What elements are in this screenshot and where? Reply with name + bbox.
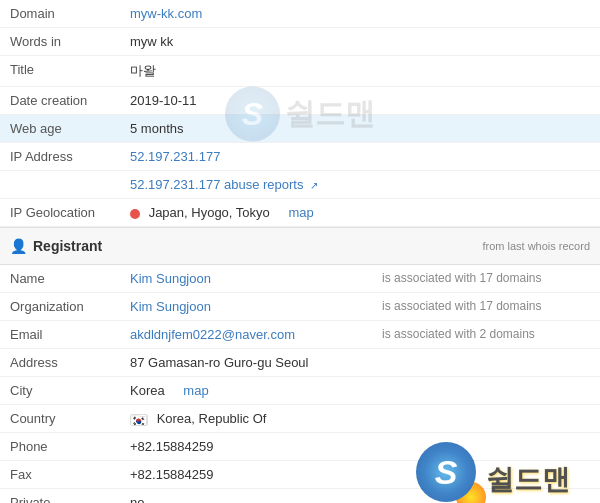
red-dot-icon <box>130 209 140 219</box>
table-row: IP Geolocation Japan, Hyogo, Tokyo map <box>0 199 600 227</box>
value-ip-geo: Japan, Hyogo, Tokyo map <box>120 199 600 227</box>
registrant-title-label: Registrant <box>33 238 102 254</box>
assoc-org: is associated with 17 domains <box>372 293 600 321</box>
table-row: Title 마왈 <box>0 56 600 87</box>
value-country: Korea, Republic Of <box>120 405 372 433</box>
domain-info-table: Domain myw-kk.com Words in myw kk Title … <box>0 0 600 227</box>
label-private: Private <box>0 489 120 504</box>
registrant-title-group: 👤 Registrant <box>10 238 102 254</box>
city-value: Korea <box>130 383 165 398</box>
domain-link[interactable]: myw-kk.com <box>130 6 202 21</box>
abuse-reports-text: 52.197.231.177 abuse reports <box>130 177 303 192</box>
country-value: Korea, Republic Of <box>157 411 267 426</box>
abuse-reports-link[interactable]: 52.197.231.177 abuse reports ↗ <box>130 177 318 192</box>
label-name: Name <box>0 265 120 293</box>
label-empty <box>0 171 120 199</box>
table-row: Organization Kim Sungjoon is associated … <box>0 293 600 321</box>
table-row-highlighted: Web age 5 months <box>0 115 600 143</box>
table-row: Phone +82.15884259 <box>0 433 600 461</box>
label-phone: Phone <box>0 433 120 461</box>
table-row: Domain myw-kk.com <box>0 0 600 28</box>
registrant-section: S 쉴드맨 Name Kim Sungjoon is associated wi… <box>0 265 600 503</box>
assoc-fax <box>372 461 600 489</box>
value-phone: +82.15884259 <box>120 433 372 461</box>
value-ip-address: 52.197.231.177 <box>120 143 600 171</box>
value-words: myw kk <box>120 28 600 56</box>
table-row: Date creation 2019-10-11 <box>0 87 600 115</box>
label-date-creation: Date creation <box>0 87 120 115</box>
table-row: Fax +82.15884259 <box>0 461 600 489</box>
assoc-country <box>372 405 600 433</box>
value-abuse: 52.197.231.177 abuse reports ↗ <box>120 171 600 199</box>
value-domain: myw-kk.com <box>120 0 600 28</box>
label-fax: Fax <box>0 461 120 489</box>
table-row: 52.197.231.177 abuse reports ↗ <box>0 171 600 199</box>
label-country: Country <box>0 405 120 433</box>
value-city: Korea map <box>120 377 372 405</box>
label-address: Address <box>0 349 120 377</box>
assoc-private <box>372 489 600 504</box>
label-title: Title <box>0 56 120 87</box>
label-domain: Domain <box>0 0 120 28</box>
label-ip-address: IP Address <box>0 143 120 171</box>
value-fax: +82.15884259 <box>120 461 372 489</box>
table-row: Country Korea, Republic Of <box>0 405 600 433</box>
name-link[interactable]: Kim Sungjoon <box>130 271 211 286</box>
table-row: City Korea map <box>0 377 600 405</box>
domain-info-section: S 쉴드맨 Domain myw-kk.com Words in myw kk … <box>0 0 600 227</box>
city-map-link[interactable]: map <box>183 383 208 398</box>
assoc-city <box>372 377 600 405</box>
value-date-creation: 2019-10-11 <box>120 87 600 115</box>
person-icon: 👤 <box>10 238 27 254</box>
label-words: Words in <box>0 28 120 56</box>
table-row: Email akdldnjfem0222@naver.com is associ… <box>0 321 600 349</box>
ip-link[interactable]: 52.197.231.177 <box>130 149 220 164</box>
value-name: Kim Sungjoon <box>120 265 372 293</box>
email-link[interactable]: akdldnjfem0222@naver.com <box>130 327 295 342</box>
assoc-phone <box>372 433 600 461</box>
label-web-age: Web age <box>0 115 120 143</box>
org-link[interactable]: Kim Sungjoon <box>130 299 211 314</box>
value-address: 87 Gamasan-ro Guro-gu Seoul <box>120 349 372 377</box>
value-org: Kim Sungjoon <box>120 293 372 321</box>
korea-flag-icon <box>130 414 148 426</box>
label-org: Organization <box>0 293 120 321</box>
assoc-email: is associated with 2 domains <box>372 321 600 349</box>
label-ip-geo: IP Geolocation <box>0 199 120 227</box>
table-row: Address 87 Gamasan-ro Guro-gu Seoul <box>0 349 600 377</box>
external-link-icon: ↗ <box>310 180 318 191</box>
label-city: City <box>0 377 120 405</box>
value-web-age: 5 months <box>120 115 600 143</box>
geo-value: Japan, Hyogo, Tokyo <box>149 205 270 220</box>
value-email: akdldnjfem0222@naver.com <box>120 321 372 349</box>
label-email: Email <box>0 321 120 349</box>
assoc-address <box>372 349 600 377</box>
registrant-info-table: Name Kim Sungjoon is associated with 17 … <box>0 265 600 503</box>
geo-map-link[interactable]: map <box>288 205 313 220</box>
table-row: Name Kim Sungjoon is associated with 17 … <box>0 265 600 293</box>
value-private: no <box>120 489 372 504</box>
registrant-header: 👤 Registrant from last whois record <box>0 227 600 265</box>
assoc-name: is associated with 17 domains <box>372 265 600 293</box>
table-row: IP Address 52.197.231.177 <box>0 143 600 171</box>
table-row: Private no <box>0 489 600 504</box>
registrant-subtitle: from last whois record <box>482 240 590 252</box>
value-title: 마왈 <box>120 56 600 87</box>
table-row: Words in myw kk <box>0 28 600 56</box>
